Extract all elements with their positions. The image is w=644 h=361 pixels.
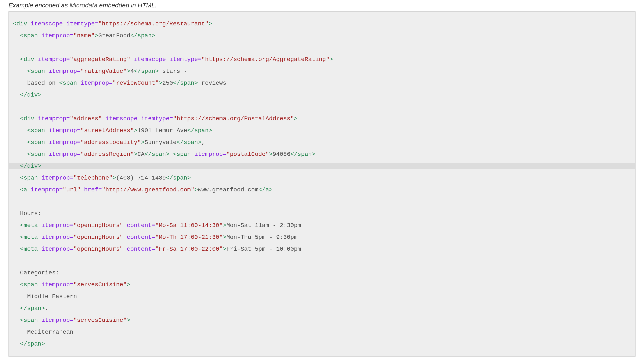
code-line: <a itemprop="url" href="http://www.great…: [13, 187, 631, 193]
code-line: [13, 258, 631, 264]
caption-prefix: Example encoded as: [8, 2, 70, 9]
code-line: </span>,: [13, 306, 631, 312]
code-line: Hours:: [13, 211, 631, 216]
code-line: [13, 199, 631, 205]
code-line: <div itemprop="aggregateRating" itemscop…: [13, 56, 631, 62]
code-line: <span itemprop="streetAddress">1901 Lemu…: [13, 128, 631, 134]
code-line: <span itemprop="servesCuisine">: [13, 282, 631, 288]
code-line: </div>: [13, 92, 631, 98]
code-line: <span itemprop="name">GreatFood</span>: [13, 33, 631, 39]
code-line: <span itemprop="addressLocality">Sunnyva…: [13, 140, 631, 146]
code-line: </span>: [13, 341, 631, 347]
code-block: <div itemscope itemtype="https://schema.…: [8, 12, 636, 356]
code-line: [13, 104, 631, 110]
code-line: <span itemprop="servesCuisine">: [13, 318, 631, 323]
code-line: <meta itemprop="openingHours" content="F…: [13, 246, 631, 252]
code-line-highlighted: </div>: [9, 163, 635, 169]
code-line: [13, 45, 631, 50]
code-line: <div itemprop="address" itemscope itemty…: [13, 116, 631, 122]
code-line: <div itemscope itemtype="https://schema.…: [13, 21, 631, 27]
caption-suffix: embedded in HTML.: [98, 2, 157, 9]
code-line: Mediterranean: [13, 329, 631, 335]
code-line: <span itemprop="addressRegion">CA</span>…: [13, 152, 631, 157]
code-line: <span itemprop="telephone">(408) 714-148…: [13, 175, 631, 181]
code-line: based on <span itemprop="reviewCount">25…: [13, 80, 631, 86]
code-line: <span itemprop="ratingValue">4</span> st…: [13, 68, 631, 74]
code-line: Middle Eastern: [13, 294, 631, 300]
code-line: <meta itemprop="openingHours" content="M…: [13, 222, 631, 228]
code-line: Categories:: [13, 270, 631, 276]
caption: Example encoded as Microdata embedded in…: [0, 0, 644, 12]
code-line: <meta itemprop="openingHours" content="M…: [13, 234, 631, 240]
microdata-link[interactable]: Microdata: [70, 2, 98, 9]
